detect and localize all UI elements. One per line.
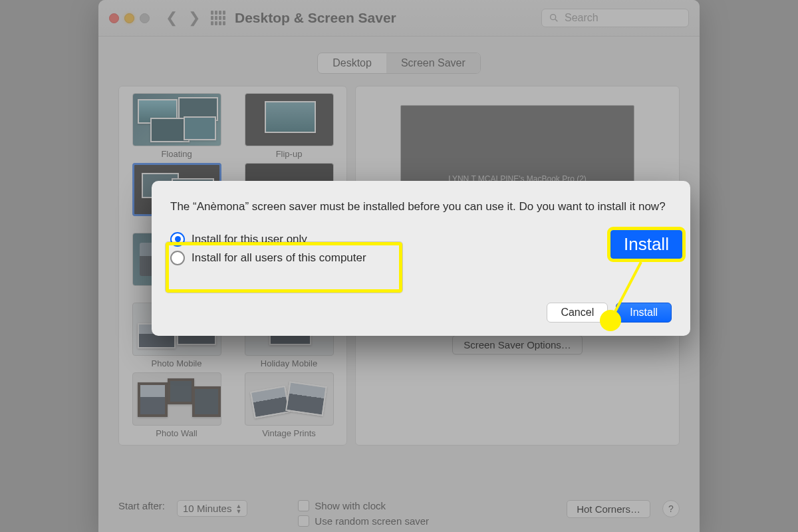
search-input[interactable]: Search (541, 9, 689, 27)
zoom-window-icon[interactable] (140, 13, 150, 23)
start-after-value: 10 Minutes (183, 503, 231, 514)
radio-install-this-user[interactable]: Install for this user only (170, 232, 672, 247)
start-after-label: Start after: (118, 500, 165, 511)
minimize-window-icon[interactable] (124, 13, 134, 23)
titlebar: ❮ ❯ Desktop & Screen Saver Search (98, 0, 700, 37)
screensaver-label: Photo Wall (156, 428, 197, 438)
use-random-label: Use random screen saver (315, 515, 429, 527)
bottom-bar: Start after: 10 Minutes ▲▼ Show with clo… (118, 500, 680, 527)
search-icon (549, 13, 559, 23)
start-after-select[interactable]: 10 Minutes ▲▼ (177, 500, 247, 517)
screensaver-label: Vintage Prints (262, 428, 316, 438)
help-button[interactable]: ? (662, 500, 680, 517)
screensaver-options-button[interactable]: Screen Saver Options… (452, 335, 583, 354)
radio-label: Install for all users of this computer (192, 251, 366, 265)
tab-screen-saver[interactable]: Screen Saver (386, 53, 480, 73)
radio-install-all-users[interactable]: Install for all users of this computer (170, 251, 672, 265)
show-all-icon[interactable] (211, 11, 225, 25)
window-controls (109, 13, 150, 23)
tab-segmented-control: Desktop Screen Saver (98, 53, 700, 74)
stepper-icon: ▲▼ (235, 503, 241, 514)
window-title: Desktop & Screen Saver (235, 10, 541, 26)
nav-back-button[interactable]: ❮ (162, 8, 182, 28)
install-scope-radio-group: Install for this user only Install for a… (170, 232, 672, 265)
hot-corners-button[interactable]: Hot Corners… (567, 500, 650, 518)
show-with-clock-label: Show with clock (315, 500, 386, 511)
cancel-button[interactable]: Cancel (547, 303, 608, 323)
use-random-checkbox[interactable]: Use random screen saver (298, 515, 429, 527)
svg-point-0 (551, 15, 556, 20)
radio-label: Install for this user only (192, 233, 307, 246)
radio-icon (170, 251, 185, 265)
nav-forward-button[interactable]: ❯ (184, 8, 204, 28)
tab-desktop[interactable]: Desktop (318, 53, 386, 73)
checkbox-icon (298, 500, 309, 511)
dialog-message: The “Anèmona” screen saver must be insta… (170, 200, 672, 215)
checkbox-icon (298, 515, 309, 527)
close-window-icon[interactable] (109, 13, 119, 23)
screensaver-item-floating[interactable]: Floating (123, 93, 230, 159)
screensaver-label: Holiday Mobile (261, 358, 317, 368)
screensaver-item-flipup[interactable]: Flip-up (235, 93, 342, 159)
show-with-clock-checkbox[interactable]: Show with clock (298, 500, 429, 511)
svg-line-1 (555, 19, 557, 21)
install-dialog: The “Anèmona” screen saver must be insta… (152, 181, 690, 336)
radio-icon (170, 232, 185, 247)
screensaver-label: Floating (161, 149, 192, 159)
search-placeholder: Search (565, 12, 598, 24)
screensaver-item-vintage-prints[interactable]: Vintage Prints (235, 372, 342, 438)
install-button[interactable]: Install (616, 303, 672, 323)
screensaver-item-photo-wall[interactable]: Photo Wall (123, 372, 230, 438)
screensaver-label: Photo Mobile (152, 358, 202, 368)
screensaver-label: Flip-up (276, 149, 303, 159)
